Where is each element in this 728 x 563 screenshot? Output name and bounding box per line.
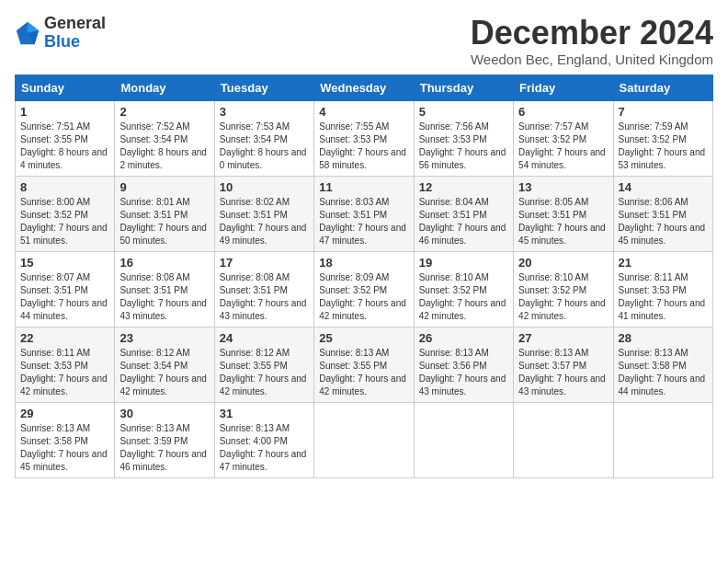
calendar-cell: 1Sunrise: 7:51 AMSunset: 3:55 PMDaylight… — [16, 100, 115, 176]
day-info: Sunrise: 8:01 AMSunset: 3:51 PMDaylight:… — [119, 196, 209, 247]
day-number: 28 — [619, 331, 708, 345]
day-info: Sunrise: 8:13 AMSunset: 3:58 PMDaylight:… — [619, 347, 708, 398]
day-number: 2 — [119, 105, 209, 119]
calendar-week-5: 29Sunrise: 8:13 AMSunset: 3:58 PMDayligh… — [16, 402, 713, 477]
day-info: Sunrise: 7:51 AMSunset: 3:55 PMDaylight:… — [20, 121, 109, 172]
day-number: 4 — [319, 105, 408, 119]
column-header-monday: Monday — [115, 75, 214, 100]
day-info: Sunrise: 8:05 AMSunset: 3:51 PMDaylight:… — [518, 196, 608, 247]
column-header-saturday: Saturday — [613, 75, 712, 100]
day-number: 18 — [319, 256, 408, 270]
day-info: Sunrise: 8:13 AMSunset: 3:58 PMDaylight:… — [20, 422, 109, 474]
day-number: 21 — [619, 256, 708, 270]
calendar-cell: 13Sunrise: 8:05 AMSunset: 3:51 PMDayligh… — [514, 176, 613, 251]
month-title: December 2024 — [471, 15, 713, 52]
calendar-week-1: 1Sunrise: 7:51 AMSunset: 3:55 PMDaylight… — [16, 100, 713, 176]
calendar-cell: 30Sunrise: 8:13 AMSunset: 3:59 PMDayligh… — [115, 402, 214, 477]
calendar-cell: 27Sunrise: 8:13 AMSunset: 3:57 PMDayligh… — [514, 327, 613, 402]
day-info: Sunrise: 8:02 AMSunset: 3:51 PMDaylight:… — [220, 196, 309, 247]
calendar-cell — [514, 402, 613, 477]
calendar-cell: 12Sunrise: 8:04 AMSunset: 3:51 PMDayligh… — [414, 176, 513, 251]
day-info: Sunrise: 8:12 AMSunset: 3:54 PMDaylight:… — [119, 347, 209, 398]
calendar-cell: 11Sunrise: 8:03 AMSunset: 3:51 PMDayligh… — [314, 176, 414, 251]
day-info: Sunrise: 8:08 AMSunset: 3:51 PMDaylight:… — [119, 271, 209, 323]
calendar-cell: 24Sunrise: 8:12 AMSunset: 3:55 PMDayligh… — [214, 327, 313, 402]
calendar-table: SundayMondayTuesdayWednesdayThursdayFrid… — [15, 75, 713, 478]
calendar-week-4: 22Sunrise: 8:11 AMSunset: 3:53 PMDayligh… — [16, 327, 713, 402]
calendar-cell: 31Sunrise: 8:13 AMSunset: 4:00 PMDayligh… — [214, 402, 313, 477]
location: Weedon Bec, England, United Kingdom — [471, 52, 713, 67]
day-info: Sunrise: 8:13 AMSunset: 3:55 PMDaylight:… — [319, 347, 408, 398]
day-info: Sunrise: 7:53 AMSunset: 3:54 PMDaylight:… — [220, 121, 309, 172]
calendar-cell: 16Sunrise: 8:08 AMSunset: 3:51 PMDayligh… — [115, 251, 214, 327]
calendar-cell: 3Sunrise: 7:53 AMSunset: 3:54 PMDaylight… — [214, 100, 313, 176]
day-info: Sunrise: 8:10 AMSunset: 3:52 PMDaylight:… — [419, 271, 508, 323]
logo-icon — [15, 20, 40, 46]
day-info: Sunrise: 7:52 AMSunset: 3:54 PMDaylight:… — [119, 121, 209, 172]
day-number: 14 — [619, 180, 708, 194]
calendar-cell: 18Sunrise: 8:09 AMSunset: 3:52 PMDayligh… — [314, 251, 414, 327]
calendar-cell — [314, 402, 414, 477]
day-number: 27 — [518, 331, 608, 345]
logo: General Blue — [15, 15, 106, 52]
calendar-cell: 29Sunrise: 8:13 AMSunset: 3:58 PMDayligh… — [16, 402, 115, 477]
calendar-cell: 22Sunrise: 8:11 AMSunset: 3:53 PMDayligh… — [16, 327, 115, 402]
day-number: 15 — [20, 256, 109, 270]
calendar-week-3: 15Sunrise: 8:07 AMSunset: 3:51 PMDayligh… — [16, 251, 713, 327]
calendar-cell: 23Sunrise: 8:12 AMSunset: 3:54 PMDayligh… — [115, 327, 214, 402]
column-header-tuesday: Tuesday — [214, 75, 313, 100]
day-info: Sunrise: 8:03 AMSunset: 3:51 PMDaylight:… — [319, 196, 408, 247]
calendar-cell — [613, 402, 712, 477]
day-number: 26 — [419, 331, 508, 345]
day-number: 5 — [419, 105, 508, 119]
day-info: Sunrise: 8:10 AMSunset: 3:52 PMDaylight:… — [518, 271, 608, 323]
calendar-week-2: 8Sunrise: 8:00 AMSunset: 3:52 PMDaylight… — [16, 176, 713, 251]
page-header: General Blue December 2024 Weedon Bec, E… — [15, 15, 713, 67]
day-number: 7 — [619, 105, 708, 119]
day-info: Sunrise: 8:11 AMSunset: 3:53 PMDaylight:… — [619, 271, 708, 323]
day-info: Sunrise: 8:09 AMSunset: 3:52 PMDaylight:… — [319, 271, 408, 323]
column-header-wednesday: Wednesday — [314, 75, 414, 100]
day-info: Sunrise: 7:59 AMSunset: 3:52 PMDaylight:… — [619, 121, 708, 172]
day-number: 9 — [119, 180, 209, 194]
calendar-cell: 9Sunrise: 8:01 AMSunset: 3:51 PMDaylight… — [115, 176, 214, 251]
calendar-cell: 5Sunrise: 7:56 AMSunset: 3:53 PMDaylight… — [414, 100, 513, 176]
calendar-cell: 19Sunrise: 8:10 AMSunset: 3:52 PMDayligh… — [414, 251, 513, 327]
calendar-cell: 17Sunrise: 8:08 AMSunset: 3:51 PMDayligh… — [214, 251, 313, 327]
day-number: 12 — [419, 180, 508, 194]
day-number: 22 — [20, 331, 109, 345]
day-info: Sunrise: 8:13 AMSunset: 3:59 PMDaylight:… — [119, 422, 209, 474]
calendar-cell: 2Sunrise: 7:52 AMSunset: 3:54 PMDaylight… — [115, 100, 214, 176]
column-header-sunday: Sunday — [16, 75, 115, 100]
day-number: 19 — [419, 256, 508, 270]
calendar-cell: 26Sunrise: 8:13 AMSunset: 3:56 PMDayligh… — [414, 327, 513, 402]
calendar-cell: 25Sunrise: 8:13 AMSunset: 3:55 PMDayligh… — [314, 327, 414, 402]
day-number: 24 — [220, 331, 309, 345]
calendar-cell: 20Sunrise: 8:10 AMSunset: 3:52 PMDayligh… — [514, 251, 613, 327]
calendar-header-row: SundayMondayTuesdayWednesdayThursdayFrid… — [16, 75, 713, 100]
day-number: 25 — [319, 331, 408, 345]
day-number: 23 — [119, 331, 209, 345]
title-block: December 2024 Weedon Bec, England, Unite… — [471, 15, 713, 67]
day-number: 10 — [220, 180, 309, 194]
calendar-cell: 8Sunrise: 8:00 AMSunset: 3:52 PMDaylight… — [16, 176, 115, 251]
logo-general-text: General — [44, 14, 106, 32]
day-info: Sunrise: 8:07 AMSunset: 3:51 PMDaylight:… — [20, 271, 109, 323]
day-number: 29 — [20, 407, 109, 420]
day-number: 20 — [518, 256, 608, 270]
day-number: 31 — [220, 407, 309, 420]
calendar-cell: 14Sunrise: 8:06 AMSunset: 3:51 PMDayligh… — [613, 176, 712, 251]
calendar-cell — [414, 402, 513, 477]
day-info: Sunrise: 8:00 AMSunset: 3:52 PMDaylight:… — [20, 196, 109, 247]
day-number: 30 — [119, 407, 209, 420]
day-number: 11 — [319, 180, 408, 194]
day-info: Sunrise: 8:13 AMSunset: 3:56 PMDaylight:… — [419, 347, 508, 398]
calendar-cell: 10Sunrise: 8:02 AMSunset: 3:51 PMDayligh… — [214, 176, 313, 251]
day-number: 1 — [20, 105, 109, 119]
day-number: 17 — [220, 256, 309, 270]
day-number: 16 — [119, 256, 209, 270]
day-info: Sunrise: 8:12 AMSunset: 3:55 PMDaylight:… — [220, 347, 309, 398]
day-info: Sunrise: 8:08 AMSunset: 3:51 PMDaylight:… — [220, 271, 309, 323]
day-info: Sunrise: 7:57 AMSunset: 3:52 PMDaylight:… — [518, 121, 608, 172]
day-number: 8 — [20, 180, 109, 194]
